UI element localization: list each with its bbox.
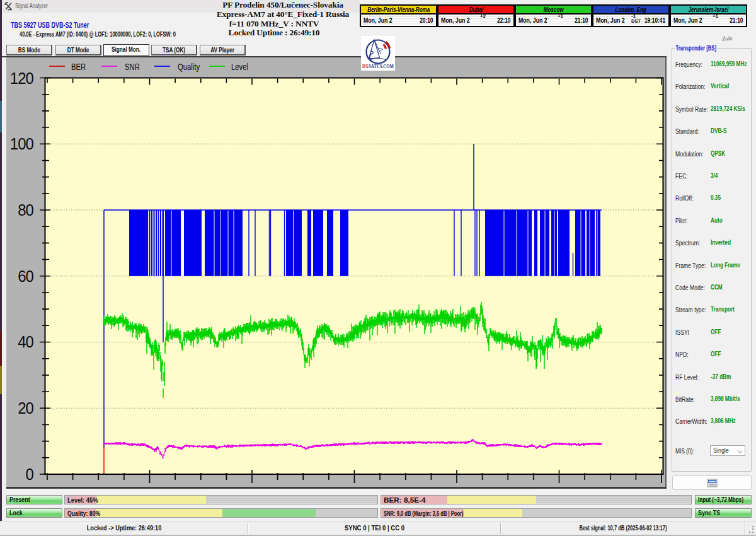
svg-text:DXSATCS.COM: DXSATCS.COM — [362, 63, 394, 69]
